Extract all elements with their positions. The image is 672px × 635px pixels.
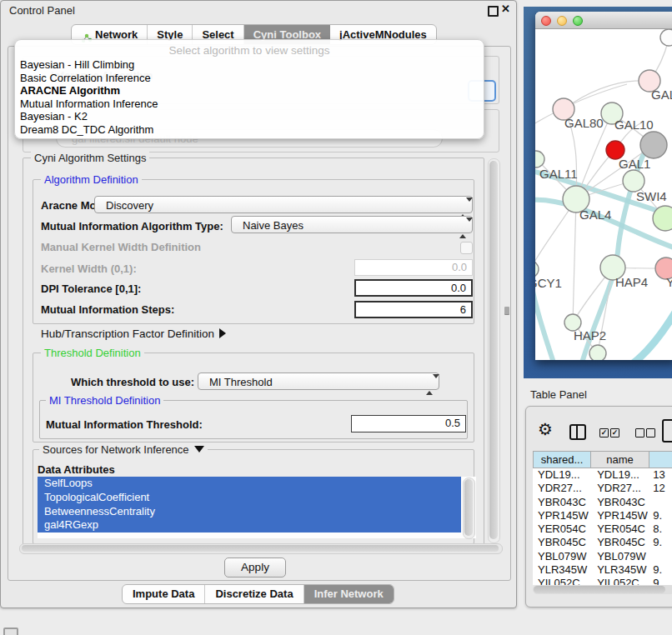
cell-shared-name: YIL052C — [533, 577, 590, 585]
float-window-icon[interactable] — [488, 6, 499, 17]
table-row[interactable]: YLR345W YLR345W 9. — [533, 563, 672, 577]
network-node[interactable] — [660, 29, 672, 46]
dropdown-item-label: Basic Correlation Inference — [20, 72, 151, 84]
node-label: GCY1 — [535, 276, 562, 290]
aracne-mode-combo[interactable]: Discovery — [94, 196, 473, 213]
table-hscrollbar-thumb[interactable] — [534, 586, 665, 593]
columns-icon[interactable] — [569, 424, 586, 440]
tab-infer-network[interactable]: Infer Network — [304, 585, 394, 603]
network-canvas[interactable]: GALGAL80GAL10GAL11GAL1SWI4GAL4GCY1HAP4YH… — [535, 29, 672, 360]
cell-value: 8. — [648, 522, 672, 536]
cell-value: 9. — [648, 509, 672, 522]
kernel-width-input[interactable]: 0.0 — [354, 259, 473, 276]
attribute-item-selected[interactable]: SelfLoops — [38, 477, 461, 491]
manual-kernel-label: Manual Kernel Width Definition — [41, 241, 201, 253]
dropdown-item[interactable]: ARACNE Algorithm — [18, 84, 480, 98]
settings-vscrollbar-thumb[interactable] — [489, 161, 498, 539]
cell-shared-name: YBR043C — [533, 496, 590, 509]
mi-steps-input[interactable]: 6 — [354, 301, 473, 318]
network-node-gal11[interactable] — [535, 151, 544, 168]
select-all-checkbox-icon[interactable]: ✓ — [599, 428, 609, 438]
deselect-all-checkbox-icon[interactable] — [635, 428, 644, 438]
dropdown-item[interactable]: Bayesian - K2 — [18, 110, 480, 123]
minimize-traffic-light[interactable] — [557, 16, 567, 26]
select-all-checkbox-icon[interactable]: ✓ — [610, 428, 619, 438]
dropdown-item[interactable]: Dream8 DC_TDC Algorithm — [18, 123, 480, 137]
dropdown-item[interactable]: Basic Correlation Inference — [18, 72, 480, 85]
attribute-item-selected[interactable]: BetweennessCentrality — [38, 505, 461, 519]
network-window-titlebar[interactable] — [535, 12, 672, 29]
column-header-name[interactable]: name — [591, 451, 649, 468]
algorithm-definition-legend: Algorithm Definition — [41, 173, 142, 186]
dpi-tolerance-label: DPI Tolerance [0,1]: — [41, 282, 141, 295]
data-attributes-label: Data Attributes — [38, 463, 115, 476]
settings-vscrollbar[interactable] — [488, 158, 500, 543]
split-pane-handle[interactable] — [504, 307, 509, 314]
combo-stepper-icon — [459, 219, 466, 237]
hub-tf-section-header[interactable]: Hub/Transcription Factor Definition — [41, 328, 226, 340]
export-table-icon[interactable] — [662, 419, 672, 442]
dpi-tolerance-input[interactable]: 0.0 — [354, 279, 473, 297]
node-label: GAL80 — [564, 116, 604, 130]
close-traffic-light[interactable] — [541, 16, 551, 26]
node-label: GAL10 — [614, 118, 654, 132]
cell-value — [648, 550, 672, 563]
which-threshold-combo[interactable]: MI Threshold — [198, 372, 439, 390]
settings-hscrollbar[interactable] — [19, 543, 503, 554]
threshold-definition-legend: Threshold Definition — [41, 347, 144, 359]
which-threshold-label: Which threshold to use: — [71, 376, 194, 388]
tab-label: Impute Data — [133, 588, 194, 600]
table-row[interactable]: YBL079W YBL079W — [533, 550, 672, 563]
dropdown-item-label: Bayesian - Hill Climbing — [20, 58, 134, 71]
tab-label: Infer Network — [314, 588, 384, 600]
cell-value — [648, 496, 672, 509]
table-row[interactable]: YPR145W YPR145W 9. — [533, 509, 672, 522]
cell-shared-name: YBR045C — [533, 536, 590, 549]
table-row[interactable]: YBR045C YBR045C 9. — [533, 536, 672, 549]
table-header: shared... name — [533, 451, 672, 468]
which-threshold-value: MI Threshold — [209, 376, 273, 388]
cell-value: 13 — [648, 468, 672, 482]
attributes-vscrollbar[interactable] — [463, 478, 475, 539]
minimized-panel-icon[interactable] — [3, 628, 18, 635]
network-node-gcy1[interactable] — [535, 261, 539, 278]
column-header-partial[interactable] — [649, 451, 672, 468]
attribute-label: TopologicalCoefficient — [44, 491, 149, 503]
data-attributes-list: SelfLoops TopologicalCoefficient Between… — [38, 477, 476, 538]
table-row[interactable]: YDR27... YDR27... 12 — [533, 482, 672, 495]
network-node[interactable] — [589, 345, 606, 360]
control-panel-title: Control Panel — [9, 4, 75, 17]
gear-icon[interactable]: ⚙ — [538, 421, 553, 438]
table-row[interactable]: YBR043C YBR043C — [533, 496, 672, 509]
manual-kernel-checkbox[interactable] — [460, 242, 473, 254]
network-node[interactable] — [640, 132, 667, 158]
aracne-mode-value: Discovery — [106, 199, 153, 212]
sources-legend[interactable]: Sources for Network Inference — [39, 443, 208, 456]
table-row[interactable]: YDL19... YDL19... 13 — [533, 468, 672, 482]
tab-discretize-data[interactable]: Discretize Data — [205, 585, 303, 603]
table-row[interactable]: YER054C YER054C 8. — [533, 522, 672, 536]
attribute-item-selected[interactable]: TopologicalCoefficient — [38, 491, 461, 505]
dropdown-item[interactable]: Bayesian - Hill Climbing — [18, 58, 480, 72]
mi-type-label: Mutual Information Algorithm Type: — [41, 220, 223, 232]
apply-button[interactable]: Apply — [224, 558, 286, 578]
algorithm-dropdown-popup: Select algorithm to view settings Bayesi… — [14, 39, 484, 139]
network-node-swi4[interactable] — [653, 206, 672, 231]
zoom-traffic-light[interactable] — [573, 16, 583, 26]
column-header-shared-name[interactable]: shared... — [533, 451, 591, 468]
dropdown-placeholder: Select algorithm to view settings — [15, 44, 484, 57]
attributes-vscrollbar-thumb[interactable] — [464, 479, 473, 536]
node-label: GAL1 — [619, 157, 650, 171]
mi-type-combo[interactable]: Naive Bayes — [231, 216, 473, 233]
tab-impute-data[interactable]: Impute Data — [123, 585, 205, 603]
dropdown-item[interactable]: Mutual Information Inference — [18, 98, 480, 111]
deselect-all-checkbox-icon[interactable] — [646, 428, 655, 438]
table-hscrollbar[interactable] — [533, 585, 672, 594]
close-icon[interactable]: ✕ — [501, 2, 510, 15]
table-row[interactable]: YIL052C YIL052C 9. — [533, 577, 672, 585]
settings-hscrollbar-thumb[interactable] — [22, 545, 499, 552]
settings-group-legend: Cyni Algorithm Settings — [31, 152, 149, 164]
mi-threshold-input[interactable]: 0.5 — [351, 415, 466, 432]
attribute-item-selected[interactable]: gal4RGexp — [38, 518, 461, 532]
table-panel-title: Table Panel — [530, 388, 587, 401]
